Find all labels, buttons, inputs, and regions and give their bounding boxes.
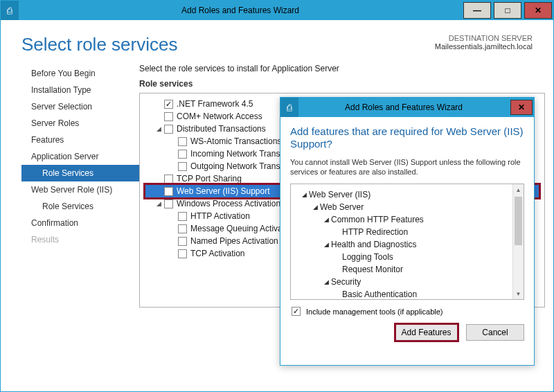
dialog-button-row: Add Features Cancel	[290, 324, 524, 341]
tree-label: TCP Port Sharing	[177, 174, 242, 184]
dialog-heading: Add features that are required for Web S…	[290, 125, 524, 150]
spacer-icon	[169, 163, 177, 170]
scrollbar[interactable]: ▲ ▼	[512, 184, 524, 299]
include-mgmt-checkbox[interactable]	[292, 307, 301, 316]
add-features-button[interactable]: Add Features	[395, 324, 458, 341]
system-menu-icon[interactable]: ⎙	[280, 98, 298, 117]
tree-label: Health and Diagnostics	[331, 240, 416, 249]
window-title: Add Roles and Features Wizard	[19, 6, 462, 15]
dialog-text: You cannot install Web Server (IIS) Supp…	[290, 157, 524, 177]
checkbox[interactable]	[178, 162, 187, 171]
collapse-icon[interactable]: ◢	[312, 204, 319, 211]
tree-label: HTTP Activation	[190, 211, 250, 221]
collapse-icon[interactable]: ◢	[301, 191, 307, 198]
collapse-icon[interactable]: ◢	[323, 278, 330, 285]
dialog-window-buttons: ✕	[509, 98, 534, 116]
req-web-server-iis[interactable]: ◢Web Server (IIS)	[294, 188, 521, 201]
instruction-text: Select the role services to install for …	[139, 64, 545, 73]
req-request-monitor[interactable]: Request Monitor	[294, 263, 521, 276]
checkbox[interactable]	[164, 187, 173, 196]
collapse-icon[interactable]: ◢	[323, 241, 330, 248]
spacer-icon	[169, 213, 177, 220]
checkbox[interactable]	[164, 100, 173, 109]
dialog-close-button[interactable]: ✕	[510, 100, 533, 115]
include-mgmt-label: Include management tools (if applicable)	[306, 308, 443, 316]
nav-results: Results	[21, 231, 139, 248]
req-web-server[interactable]: ◢Web Server	[294, 201, 521, 213]
nav-features[interactable]: Features	[21, 132, 139, 148]
destination-label: DESTINATION SERVER	[435, 34, 533, 42]
destination-value: Mailessentials.jamiltech.local	[435, 42, 533, 51]
collapse-icon[interactable]: ◢	[155, 125, 163, 133]
cancel-button[interactable]: Cancel	[466, 324, 524, 341]
spacer-icon	[169, 138, 177, 145]
nav-server-selection[interactable]: Server Selection	[21, 98, 139, 115]
tree-label: HTTP Redirection	[342, 227, 408, 237]
req-logging-tools[interactable]: Logging Tools	[294, 251, 521, 263]
scroll-down-icon[interactable]: ▼	[513, 288, 524, 299]
req-health-diag[interactable]: ◢Health and Diagnostics	[294, 238, 521, 251]
nav-application-server[interactable]: Application Server	[21, 148, 139, 165]
tree-label: COM+ Network Access	[177, 112, 262, 121]
nav-web-server-role[interactable]: Web Server Role (IIS)	[21, 181, 139, 198]
tree-label: Security	[331, 277, 361, 287]
titlebar: ⎙ Add Roles and Features Wizard — □ ✕	[1, 1, 553, 20]
spacer-icon	[169, 225, 177, 233]
dialog-title: Add Roles and Features Wizard	[298, 103, 509, 112]
spacer-icon	[169, 238, 177, 245]
tree-label: Common HTTP Features	[331, 215, 424, 224]
checkbox[interactable]	[178, 224, 187, 233]
checkbox[interactable]	[164, 125, 173, 134]
req-common-http[interactable]: ◢Common HTTP Features	[294, 213, 521, 226]
checkbox[interactable]	[178, 237, 187, 246]
dialog-titlebar: ⎙ Add Roles and Features Wizard ✕	[280, 98, 534, 117]
maximize-button[interactable]: □	[494, 2, 521, 19]
nav-server-roles[interactable]: Server Roles	[21, 115, 139, 132]
tree-label: TCP Activation	[190, 249, 244, 258]
add-features-dialog: ⎙ Add Roles and Features Wizard ✕ Add fe…	[280, 97, 535, 366]
scroll-up-icon[interactable]: ▲	[513, 184, 524, 195]
spacer-icon	[169, 150, 177, 158]
close-button[interactable]: ✕	[524, 2, 552, 19]
tree-label: Basic Authentication	[342, 289, 417, 299]
spacer-icon	[155, 113, 163, 121]
tree-label: Request Monitor	[342, 265, 403, 274]
scroll-thumb[interactable]	[515, 197, 522, 245]
tree-label: WS-Atomic Transactions	[190, 136, 281, 146]
checkbox[interactable]	[164, 175, 173, 184]
nav-confirmation[interactable]: Confirmation	[21, 215, 139, 231]
spacer-icon	[155, 100, 163, 108]
req-security[interactable]: ◢Security	[294, 276, 521, 288]
tree-label: Web Server (IIS)	[309, 190, 370, 199]
tree-label: Distributed Transactions	[177, 124, 266, 134]
nav-before-you-begin[interactable]: Before You Begin	[21, 65, 139, 82]
req-http-redirection[interactable]: HTTP Redirection	[294, 226, 521, 238]
tree-label: Web Server	[320, 202, 364, 212]
include-mgmt-row[interactable]: Include management tools (if applicable)	[292, 307, 524, 316]
req-basic-auth[interactable]: Basic Authentication	[294, 288, 521, 300]
spacer-icon	[169, 250, 177, 258]
system-menu-icon[interactable]: ⎙	[1, 1, 19, 20]
checkbox[interactable]	[178, 249, 187, 258]
checkbox[interactable]	[164, 199, 173, 208]
checkbox[interactable]	[178, 137, 187, 146]
spacer-icon	[155, 188, 163, 195]
checkbox[interactable]	[178, 212, 187, 221]
wizard-nav: Before You Begin Installation Type Serve…	[21, 61, 139, 308]
required-features-tree: ◢Web Server (IIS) ◢Web Server ◢Common HT…	[290, 184, 524, 300]
collapse-icon[interactable]: ◢	[155, 200, 163, 208]
spacer-icon	[155, 175, 163, 183]
minimize-button[interactable]: —	[463, 2, 491, 19]
nav-role-services[interactable]: Role Services	[21, 165, 139, 181]
tree-label: .NET Framework 4.5	[177, 99, 253, 109]
nav-role-services-iis[interactable]: Role Services	[21, 198, 139, 215]
tree-label: Named Pipes Activation	[190, 236, 278, 246]
page-title: Select role services	[21, 34, 435, 55]
nav-installation-type[interactable]: Installation Type	[21, 82, 139, 98]
checkbox[interactable]	[178, 150, 187, 159]
collapse-icon[interactable]: ◢	[323, 216, 330, 223]
checkbox[interactable]	[164, 112, 173, 121]
tree-label: Web Server (IIS) Support	[177, 186, 270, 196]
tree-label: Logging Tools	[342, 252, 393, 262]
destination-server: DESTINATION SERVER Mailessentials.jamilt…	[435, 34, 533, 51]
